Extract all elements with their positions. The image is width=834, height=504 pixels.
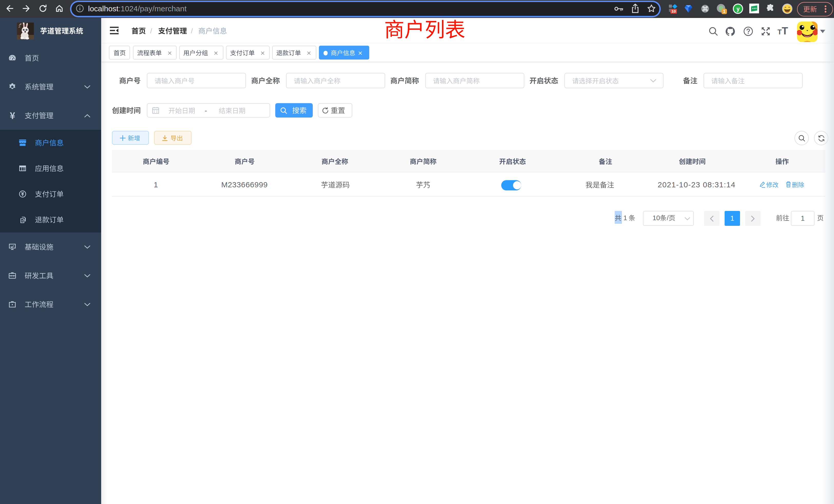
svg-text:1: 1: [723, 9, 725, 14]
svg-text:10: 10: [672, 9, 676, 13]
svg-text:y: y: [737, 6, 740, 12]
